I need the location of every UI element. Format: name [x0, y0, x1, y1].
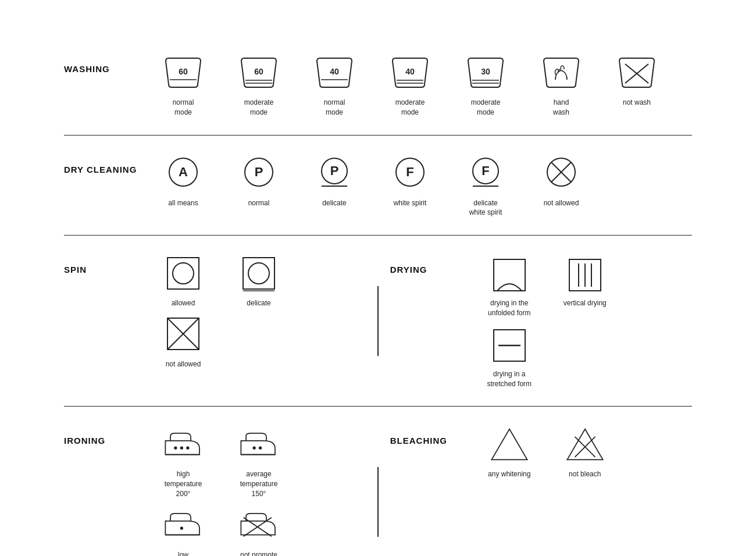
wash-40-normal-icon: 40 [314, 52, 355, 93]
hand-wash-label: handwash [553, 98, 569, 117]
dry-cleaning-section: DRY CLEANING A all means P [64, 136, 692, 236]
spin-allowed-icon [163, 253, 204, 294]
svg-point-33 [248, 263, 269, 284]
iron-not-label: not promote [240, 550, 277, 556]
dc-p-delicate-label: delicate [322, 198, 346, 208]
dc-f-delicate-label: delicatewhite spirit [469, 198, 502, 218]
iron-not: not promote [221, 505, 297, 556]
wash-60-normal: 60 normalmode [145, 52, 221, 117]
svg-text:F: F [482, 163, 489, 178]
wash-30-moderate-label: moderatemode [471, 98, 501, 117]
spin-delicate-label: delicate [247, 298, 270, 308]
bleach-any-icon [489, 424, 530, 465]
iron-average-icon [238, 424, 279, 465]
drying-section: DRYING drying in theunfolded form [390, 253, 692, 389]
wash-60-normal-label: normalmode [173, 98, 194, 117]
ironing-section: IRONING [64, 424, 366, 556]
dry-unfolded: drying in theunfolded form [472, 253, 547, 318]
svg-text:P: P [330, 163, 339, 178]
ironing-label: IRONING [64, 424, 145, 445]
dc-p-delicate: P delicate [297, 153, 372, 218]
dc-f-spirit-icon: F [390, 153, 430, 194]
washing-label: WASHING [64, 52, 145, 74]
dc-p-delicate-icon: P [314, 153, 355, 194]
wash-40-moderate: 40 moderatemode [372, 52, 448, 117]
dc-a: A all means [145, 153, 221, 218]
svg-point-46 [174, 446, 177, 449]
spin-allowed: allowed [145, 253, 221, 308]
dc-not-allowed-icon [541, 153, 582, 194]
bleaching-icons: any whitening not bleach [472, 424, 692, 479]
svg-text:30: 30 [481, 67, 490, 76]
spin-not-allowed: not allowed [145, 314, 221, 369]
spin-delicate: delicate [221, 253, 297, 308]
drying-label: DRYING [390, 253, 472, 275]
bleach-not-icon [565, 424, 605, 465]
dry-cleaning-icons: A all means P normal [145, 153, 692, 218]
dc-a-label: all means [168, 198, 198, 208]
dc-p-normal-icon: P [238, 153, 279, 194]
spin-not-allowed-label: not allowed [166, 359, 201, 369]
dry-vertical: vertical drying [547, 253, 623, 318]
wash-40-normal-label: normalmode [324, 98, 345, 117]
hand-wash: handwash [523, 52, 599, 117]
svg-point-31 [173, 263, 194, 284]
dc-not-allowed-label: not allowed [544, 198, 579, 208]
svg-point-51 [180, 527, 183, 530]
wash-40-moderate-icon: 40 [390, 52, 430, 93]
svg-text:60: 60 [179, 67, 188, 76]
svg-text:60: 60 [254, 67, 263, 76]
svg-point-48 [186, 446, 189, 449]
iron-low-icon [163, 505, 204, 546]
dry-stretched: drying in astretched form [472, 324, 547, 389]
svg-text:40: 40 [330, 67, 339, 76]
dry-unfolded-label: drying in theunfolded form [488, 298, 530, 318]
bleaching-label: BLEACHING [390, 424, 472, 445]
svg-point-47 [180, 446, 183, 449]
dc-f-delicate-icon: F [465, 153, 506, 194]
wash-30-moderate: 30 moderatemode [448, 52, 523, 117]
svg-rect-38 [494, 259, 525, 291]
dry-unfolded-icon [489, 253, 530, 294]
dc-f-spirit: F white spirit [372, 153, 448, 218]
bleaching-section: BLEACHING any whitening [390, 424, 692, 479]
dc-not-allowed: not allowed [523, 153, 599, 218]
iron-not-icon [238, 505, 279, 546]
dry-stretched-label: drying in astretched form [487, 369, 532, 389]
dc-p-normal: P normal [221, 153, 297, 218]
iron-average: averagetemperature150° [221, 424, 297, 498]
dry-stretched-icon [489, 324, 530, 365]
wash-60-normal-icon: 60 [163, 52, 204, 93]
not-wash: not wash [599, 52, 675, 117]
wash-60-moderate-icon: 60 [238, 52, 279, 93]
page: WASHING 60 normalmode 60 [29, 12, 727, 556]
svg-marker-54 [491, 429, 527, 460]
ironing-bleaching-divider [377, 467, 379, 537]
iron-average-label: averagetemperature150° [240, 469, 278, 498]
not-wash-icon [616, 52, 657, 93]
wash-60-moderate: 60 moderatemode [221, 52, 297, 117]
wash-60-moderate-label: moderatemode [244, 98, 274, 117]
iron-high: hightemperature200° [145, 424, 221, 498]
svg-marker-55 [567, 429, 602, 460]
bleach-not: not bleach [547, 424, 623, 479]
iron-high-icon [163, 424, 204, 465]
svg-text:P: P [255, 165, 263, 179]
bleach-not-label: not bleach [569, 469, 601, 479]
dc-p-normal-label: normal [248, 198, 270, 208]
svg-point-49 [253, 446, 256, 449]
svg-text:A: A [179, 165, 188, 179]
dc-a-icon: A [163, 153, 204, 194]
drying-icons: drying in theunfolded form vertical dryi… [472, 253, 692, 389]
spin-drying-section: SPIN allowed [64, 236, 692, 407]
ironing-bleaching-section: IRONING [64, 407, 692, 556]
hand-wash-icon [541, 52, 582, 93]
dc-f-spirit-label: white spirit [394, 198, 427, 208]
spin-section: SPIN allowed [64, 253, 366, 369]
spin-label: SPIN [64, 253, 145, 275]
spin-allowed-label: allowed [172, 298, 195, 308]
dry-vertical-label: vertical drying [564, 298, 607, 308]
spin-icons: allowed delicate [145, 253, 366, 369]
ironing-icons: hightemperature200° aver [145, 424, 366, 556]
spin-delicate-icon [238, 253, 279, 294]
